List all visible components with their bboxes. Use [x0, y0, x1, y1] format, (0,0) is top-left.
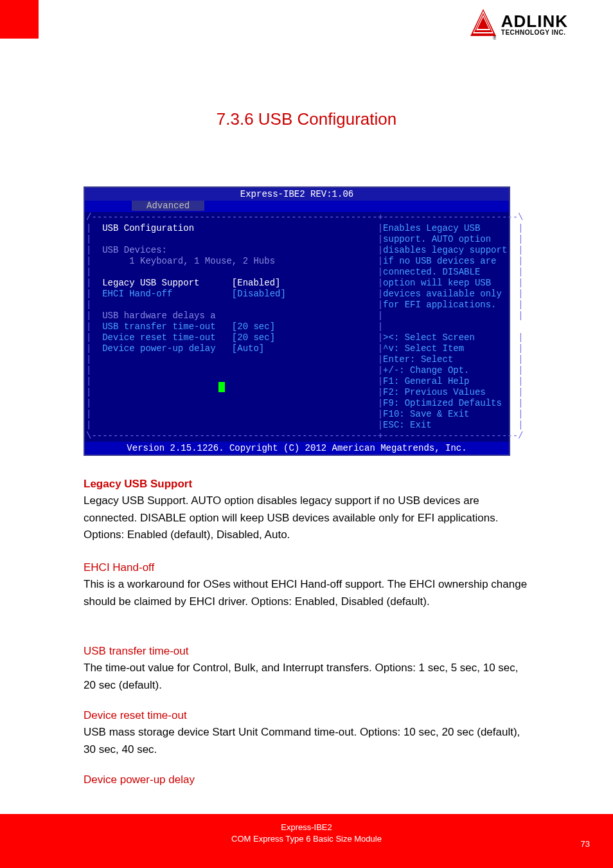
bios-item-reset-timeout[interactable]: Device reset time-out [20 sec]	[91, 332, 377, 343]
bios-blank	[91, 387, 377, 397]
bios-title: Express-IBE2 REV:1.06	[85, 188, 509, 201]
bios-help-line: disables legacy support	[383, 245, 518, 255]
bios-blank	[91, 398, 377, 408]
bios-blank	[91, 300, 377, 310]
bios-key-help: F1: General Help	[383, 376, 518, 386]
svg-text:®: ®	[493, 35, 496, 40]
bios-tab-advanced[interactable]: Advanced	[132, 201, 204, 211]
bios-item-legacy-usb[interactable]: Legacy USB Support [Enabled]	[91, 278, 377, 288]
option-body-legacy-usb: Legacy USB Support. AUTO option disables…	[84, 494, 498, 541]
bios-border-mid-sep: | |-------------------------|	[378, 321, 613, 332]
option-body-reset-timeout: USB mass storage device Start Unit Comma…	[84, 726, 520, 755]
option-head-transfer-timeout: USB transfer time-out	[84, 645, 188, 657]
bios-help-line: Enables Legacy USB	[383, 223, 518, 233]
bios-heading-hardware-delays: USB hardware delays a	[91, 311, 377, 321]
bios-usb-devices-label: USB Devices:	[91, 245, 377, 255]
logo-brand-text: ADLINK	[501, 13, 568, 30]
bios-key-help: +/-: Change Opt.	[383, 365, 518, 375]
bios-usb-devices-value: 1 Keyboard, 1 Mouse, 2 Hubs	[91, 256, 377, 266]
bios-help-line: option will keep USB	[383, 278, 518, 288]
bios-key-help: F2: Previous Values	[383, 387, 518, 397]
bios-help-line	[383, 311, 518, 321]
bios-key-help: Enter: Select	[383, 354, 518, 365]
bios-screen: Express-IBE2 REV:1.06 Advanced /--------…	[84, 186, 510, 456]
bios-key-help: ^v: Select Item	[383, 343, 518, 354]
bios-blank	[91, 420, 377, 430]
footer-doc-name: Express-IBE2	[0, 822, 613, 833]
bios-item-ehci-handoff[interactable]: EHCI Hand-off [Disabled]	[91, 289, 377, 299]
bios-body: /---------------------------------------…	[85, 212, 509, 442]
bios-help-line: devices available only	[383, 289, 518, 299]
option-head-powerup-delay: Device power-up delay	[84, 773, 195, 786]
bios-tab-pad	[89, 201, 132, 211]
bios-blank	[91, 365, 377, 375]
bios-help-line: support. AUTO option	[383, 234, 518, 244]
bios-border-bottom: \---------------------------------------…	[86, 431, 524, 441]
bios-heading-usb-config: USB Configuration	[91, 223, 377, 233]
option-body-ehci-handoff: This is a workaround for OSes without EH…	[84, 578, 527, 607]
option-body-transfer-timeout: The time-out value for Control, Bulk, an…	[84, 662, 519, 691]
header-accent-square	[0, 0, 39, 39]
bios-key-help: ESC: Exit	[383, 420, 518, 430]
bios-tabs: Advanced	[85, 201, 509, 212]
logo-icon: ®	[470, 9, 496, 40]
bios-item-powerup-delay[interactable]: Device power-up delay [Auto]	[91, 343, 377, 354]
brand-logo: ® ADLINK TECHNOLOGY INC.	[470, 9, 568, 40]
bios-footer: Version 2.15.1226. Copyright (C) 2012 Am…	[85, 442, 509, 455]
footer-doc-line: COM Express Type 6 Basic Size Module	[0, 833, 613, 845]
bios-key-help: ><: Select Screen	[383, 332, 518, 343]
footer-page-number: 73	[581, 839, 590, 849]
bios-blank	[91, 354, 377, 365]
bios-key-help: F10: Save & Exit	[383, 409, 518, 419]
bios-blank	[91, 409, 377, 419]
option-head-reset-timeout: Device reset time-out	[84, 709, 187, 721]
bios-help-line: for EFI applications.	[383, 300, 518, 310]
bios-border-top: /---------------------------------------…	[86, 212, 524, 222]
bios-blank	[91, 267, 377, 277]
bios-blank	[91, 234, 377, 244]
page-section-title: 7.3.6 USB Configuration	[0, 109, 613, 129]
bios-blank	[91, 376, 377, 386]
bios-help-line: connected. DISABLE	[383, 267, 518, 277]
text-cursor-icon	[218, 382, 225, 392]
option-head-ehci-handoff: EHCI Hand-off	[84, 561, 154, 574]
bios-help-line: if no USB devices are	[383, 256, 518, 266]
logo-sub-text: TECHNOLOGY INC.	[501, 30, 568, 36]
page-footer: Express-IBE2 COM Express Type 6 Basic Si…	[0, 814, 613, 868]
bios-item-transfer-timeout[interactable]: USB transfer time-out [20 sec]	[91, 321, 377, 332]
bios-key-help: F9: Optimized Defaults	[383, 398, 518, 408]
option-head-legacy-usb: Legacy USB Support	[84, 478, 192, 490]
